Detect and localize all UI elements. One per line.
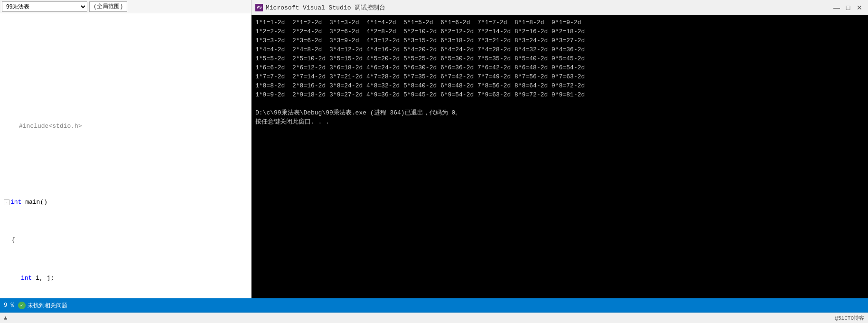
footer-left: ▲ [4,315,7,322]
zoom-level[interactable]: 9 % [4,302,14,309]
code-line: #include<stdio.h> [4,122,247,131]
code-lines: #include<stdio.h> - int main() [0,17,251,298]
editor-content[interactable]: #include<stdio.h> - int main() [0,13,251,298]
status-bar-left: 9 % ✓ 未找到相关问题 [4,302,67,310]
content-area: 99乘法表 (全局范围) #include<stdio.h> [0,0,868,298]
console-title-buttons: — □ ✕ [832,3,864,12]
console-title-left: VS Microsoft Visual Studio 调试控制台 [255,3,385,12]
code-line: - int main() [4,198,247,207]
editor-panel: 99乘法表 (全局范围) #include<stdio.h> [0,0,252,298]
editor-toolbar: 99乘法表 (全局范围) [0,0,251,13]
console-titlebar: VS Microsoft Visual Studio 调试控制台 — □ ✕ [252,0,868,15]
code-line: int i, j; [4,274,247,283]
console-output: 1*1=1-2d 2*1=2-2d 3*1=3-2d 4*1=4-2d 5*1=… [252,15,868,298]
footer-bar: ▲ @51CTO博客 [0,313,868,323]
preprocessor-token: #include<stdio.h> [19,122,82,131]
keyword-token: int [21,274,32,283]
code-line [4,46,247,55]
code-token: main() [21,198,47,207]
scope-label: (全局范围) [89,1,127,12]
maximize-button[interactable]: □ [843,3,853,12]
collapse-button[interactable]: - [4,200,9,205]
code-area: #include<stdio.h> - int main() [0,17,251,298]
minimize-button[interactable]: — [832,3,841,12]
file-dropdown[interactable]: 99乘法表 [2,1,87,12]
code-token: { [11,236,15,245]
expand-icon[interactable]: ▲ [4,315,7,322]
check-icon: ✓ [18,302,26,309]
watermark: @51CTO博客 [835,314,864,322]
code-token: i, j; [32,274,54,283]
keyword-token: int [10,198,21,207]
no-issues-label: 未找到相关问题 [28,302,67,310]
code-line [4,160,247,169]
console-title-text: Microsoft Visual Studio 调试控制台 [266,3,385,12]
vs-icon: VS [255,4,263,11]
code-line: { [4,236,247,245]
main-container: 99乘法表 (全局范围) #include<stdio.h> [0,0,868,323]
code-line [4,84,247,93]
console-panel: VS Microsoft Visual Studio 调试控制台 — □ ✕ 1… [252,0,868,298]
status-bar: 9 % ✓ 未找到相关问题 [0,298,868,313]
status-check: ✓ 未找到相关问题 [18,302,67,310]
close-button[interactable]: ✕ [855,3,864,12]
